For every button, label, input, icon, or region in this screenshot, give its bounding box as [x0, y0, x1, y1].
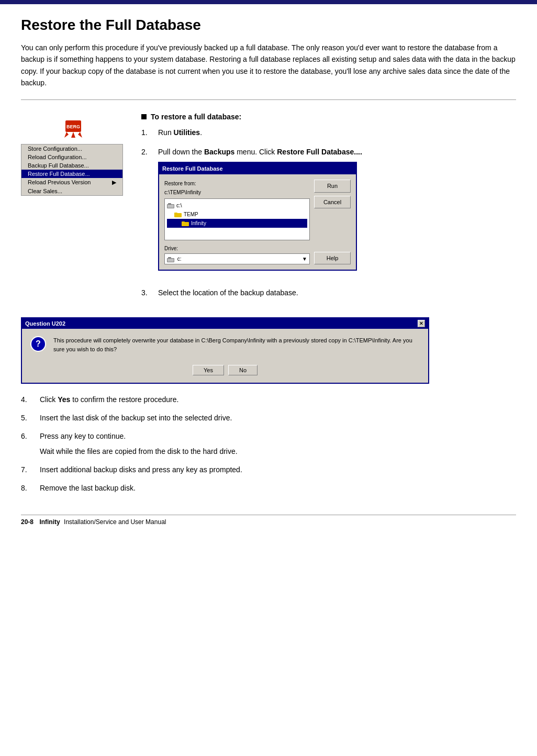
procedure-heading: To restore a full database:	[141, 113, 516, 121]
svg-rect-14	[168, 257, 171, 259]
yes-button[interactable]: Yes	[193, 365, 224, 375]
step-5: 5. Insert the last disk of the backup se…	[21, 413, 516, 424]
restore-from-label: Restore from:	[164, 180, 310, 187]
dialog-title-bar: Restore Full Database	[159, 163, 356, 175]
folder-icon-temp	[174, 212, 182, 217]
drive-section: Drive: c:	[164, 244, 310, 264]
menu-item-store-config[interactable]: Store Configuration...	[21, 144, 122, 153]
step-7: 7. Insert additional backup disks and pr…	[21, 464, 516, 475]
left-column: BERG Store Configuration... Reload Confi…	[21, 113, 126, 307]
step-1: 1. Run Utilities.	[141, 127, 516, 138]
tree-label-c: c:\	[176, 202, 182, 209]
help-button[interactable]: Help	[314, 252, 351, 265]
restore-path: c:\TEMP\Infinity	[164, 188, 310, 196]
question-body: ? This procedure will completely overwri…	[22, 329, 428, 361]
dialog-left: Restore from: c:\TEMP\Infinity	[164, 180, 310, 264]
top-bar	[0, 0, 537, 4]
step-2: 2. Pull down the Backups menu. Click Res…	[141, 147, 516, 280]
drive-icon	[167, 203, 174, 208]
step-1-number: 1.	[141, 127, 154, 138]
submenu-arrow-icon: ▶	[112, 179, 116, 186]
menu-item-reload-prev[interactable]: Reload Previous Version ▶	[21, 178, 122, 187]
question-dialog: Question U202 ✕ ? This procedure will co…	[21, 317, 429, 384]
tree-item-c: c:\	[167, 201, 307, 210]
page-content: Restore the Full Database You can only p…	[0, 4, 537, 547]
step-6-number: 6.	[21, 431, 36, 457]
question-buttons: Yes No	[22, 361, 428, 383]
procedure-heading-text: To restore a full database:	[151, 113, 241, 121]
dialog-body: Restore from: c:\TEMP\Infinity	[159, 174, 356, 270]
tree-label-temp: TEMP	[184, 210, 198, 218]
page-title: Restore the Full Database	[21, 17, 516, 34]
tree-item-infinity: Infinity	[167, 219, 307, 228]
step-1-content: Run Utilities.	[158, 127, 516, 138]
dialog-right: Run Cancel Help	[314, 180, 351, 264]
drive-label: Drive:	[164, 244, 310, 252]
question-icon: ?	[30, 336, 46, 352]
step-6-main-text: Press any key to continue.	[40, 432, 126, 440]
step-8-number: 8.	[21, 483, 36, 494]
footer-manual: Installation/Service and User Manual	[62, 518, 166, 526]
footer-separator	[36, 518, 37, 526]
svg-rect-7	[168, 203, 171, 205]
svg-marker-2	[64, 132, 69, 138]
restore-dialog: Restore Full Database Restore from: c:\T…	[158, 162, 357, 271]
svg-rect-9	[174, 213, 177, 214]
close-button[interactable]: ✕	[418, 320, 425, 327]
step-2-content: Pull down the Backups menu. Click Restor…	[158, 147, 516, 280]
step-2-text: Pull down the Backups menu. Click Restor…	[158, 148, 362, 156]
procedure-section: BERG Store Configuration... Reload Confi…	[21, 113, 516, 307]
cancel-button[interactable]: Cancel	[314, 196, 351, 209]
step-3: 3. Select the location of the backup dat…	[141, 287, 516, 298]
file-tree: c:\ TEMP	[164, 198, 310, 240]
menu-screenshot: Store Configuration... Reload Configurat…	[21, 144, 123, 196]
svg-marker-4	[78, 132, 82, 138]
step-6-subnote: Wait while the files are copied from the…	[40, 446, 516, 457]
right-column: To restore a full database: 1. Run Utili…	[141, 113, 516, 307]
footer-product: Infinity	[39, 518, 60, 526]
berg-logo: BERG	[21, 118, 126, 139]
drive-value: c:	[167, 255, 182, 263]
footer: 20-8 Infinity Installation/Service and U…	[21, 515, 516, 526]
question-text: This procedure will completely overwrite…	[53, 336, 420, 353]
step-7-content: Insert additional backup disks and press…	[40, 464, 516, 475]
step-7-number: 7.	[21, 464, 36, 475]
step-8-content: Remove the last backup disk.	[40, 483, 516, 494]
step-5-content: Insert the last disk of the backup set i…	[40, 413, 516, 424]
question-title-text: Question U202	[25, 320, 65, 327]
svg-text:BERG: BERG	[66, 124, 80, 129]
drive-dropdown-icon	[167, 257, 174, 262]
step-6: 6. Press any key to continue. Wait while…	[21, 431, 516, 457]
tree-item-temp: TEMP	[167, 210, 307, 219]
step-3-content: Select the location of the backup databa…	[158, 287, 516, 298]
step-2-number: 2.	[141, 147, 154, 280]
step-8: 8. Remove the last backup disk.	[21, 483, 516, 494]
step-4-number: 4.	[21, 394, 36, 405]
step-4-content: Click Yes to confirm the restore procedu…	[40, 394, 516, 405]
berg-logo-svg: BERG	[60, 118, 86, 139]
svg-rect-11	[182, 221, 185, 223]
drive-dropdown[interactable]: c: ▼	[164, 253, 310, 264]
menu-item-clear-sales[interactable]: Clear Sales...	[21, 187, 122, 195]
svg-marker-3	[71, 132, 75, 138]
footer-page-num: 20-8	[21, 518, 33, 526]
section-divider	[21, 99, 516, 100]
menu-item-reload-config[interactable]: Reload Configuration...	[21, 153, 122, 161]
remaining-steps: 4. Click Yes to confirm the restore proc…	[21, 394, 516, 494]
run-button[interactable]: Run	[314, 180, 351, 193]
dropdown-arrow-icon: ▼	[302, 255, 307, 263]
tree-label-infinity: Infinity	[191, 219, 206, 227]
question-title-bar: Question U202 ✕	[22, 318, 428, 329]
step-3-number: 3.	[141, 287, 154, 298]
step-5-number: 5.	[21, 413, 36, 424]
bullet-square-icon	[141, 114, 147, 119]
svg-rect-6	[167, 205, 174, 208]
intro-text: You can only perform this procedure if y…	[21, 42, 516, 89]
svg-rect-13	[167, 259, 174, 262]
step-4: 4. Click Yes to confirm the restore proc…	[21, 394, 516, 405]
folder-icon-infinity	[182, 220, 189, 226]
menu-item-backup-full[interactable]: Backup Full Database...	[21, 161, 122, 170]
menu-item-restore-full[interactable]: Restore Full Database...	[21, 170, 122, 178]
step-6-content: Press any key to continue. Wait while th…	[40, 431, 516, 457]
no-button[interactable]: No	[228, 365, 258, 375]
